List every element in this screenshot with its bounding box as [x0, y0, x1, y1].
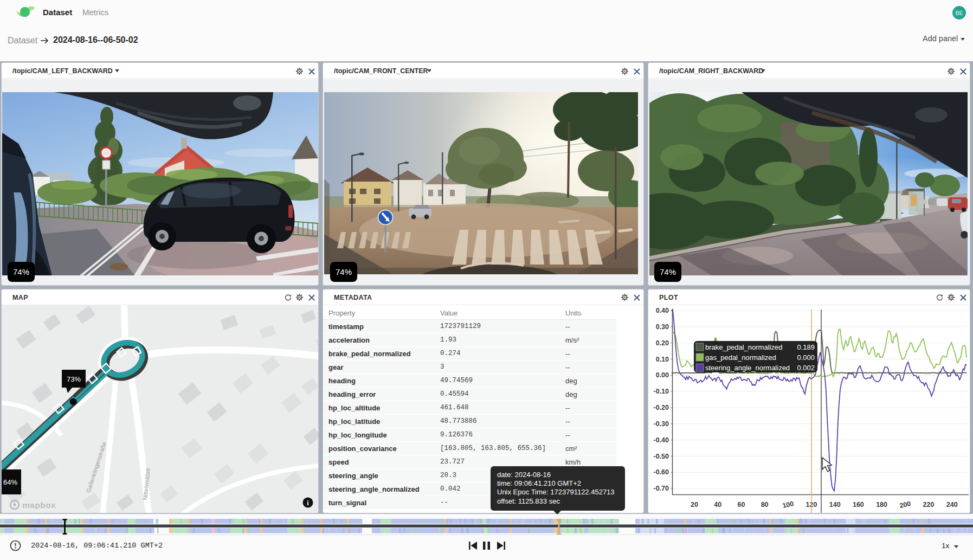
svg-text:180: 180: [876, 501, 887, 508]
svg-text:0.000: 0.000: [797, 353, 815, 362]
svg-text:-0.20: -0.20: [654, 404, 669, 411]
svg-text:-0.10: -0.10: [654, 388, 669, 395]
svg-text:-0.50: -0.50: [654, 453, 669, 460]
svg-text:0.002: 0.002: [797, 364, 815, 372]
svg-text:160: 160: [853, 501, 864, 508]
svg-text:-0.40: -0.40: [654, 436, 669, 444]
svg-text:73%: 73%: [67, 375, 81, 383]
svg-text:20: 20: [691, 501, 698, 508]
svg-text:0.20: 0.20: [656, 339, 669, 347]
svg-text:steering_angle_normalized: steering_angle_normalized: [705, 364, 790, 372]
svg-text:64%: 64%: [3, 478, 17, 486]
svg-text:0.30: 0.30: [656, 323, 669, 331]
svg-text:80: 80: [761, 501, 769, 508]
svg-text:gas_pedal_normalized: gas_pedal_normalized: [705, 353, 776, 362]
svg-text:-0.70: -0.70: [654, 485, 669, 492]
svg-text:0.40: 0.40: [656, 307, 669, 314]
svg-text:-0.30: -0.30: [654, 420, 669, 428]
svg-text:0.10: 0.10: [656, 356, 669, 363]
svg-text:brake_pedal_normalized: brake_pedal_normalized: [705, 343, 782, 351]
svg-text:0.00: 0.00: [656, 371, 669, 379]
svg-text:240: 240: [946, 501, 958, 508]
svg-text:60: 60: [737, 501, 745, 508]
svg-text:-0.60: -0.60: [654, 468, 669, 476]
svg-text:140: 140: [829, 501, 841, 508]
svg-text:mapbox: mapbox: [22, 500, 56, 510]
svg-text:40: 40: [714, 501, 721, 508]
svg-text:0.189: 0.189: [797, 343, 815, 351]
svg-text:220: 220: [923, 501, 935, 508]
